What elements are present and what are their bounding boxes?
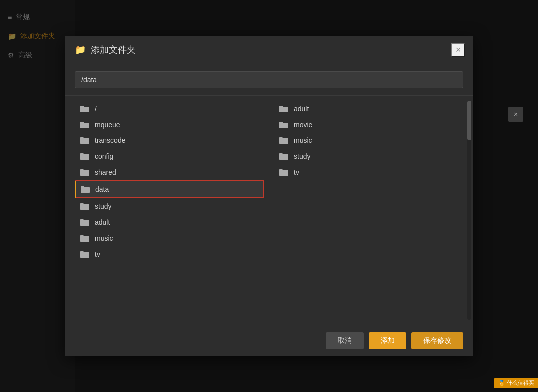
dialog-title-folder-icon: 📁: [75, 44, 86, 55]
folder-icon: [279, 152, 289, 160]
folder-icon: [80, 185, 90, 193]
folder-name: mqueue: [95, 121, 120, 129]
add-folder-dialog: 📁 添加文件夹 × / mqu: [65, 36, 473, 356]
folder-icon: [80, 136, 90, 144]
folder-item-data[interactable]: data: [75, 180, 264, 198]
folder-item-study-right[interactable]: study: [274, 148, 463, 164]
folder-item-tv-right[interactable]: tv: [274, 164, 463, 180]
cancel-button[interactable]: 取消: [326, 332, 364, 349]
folder-item-mqueue[interactable]: mqueue: [75, 117, 264, 132]
folder-icon: [80, 202, 90, 210]
folder-item-tv-left[interactable]: tv: [75, 246, 264, 262]
folder-item-transcode[interactable]: transcode: [75, 132, 264, 148]
file-list-area: / mqueue transcode: [65, 96, 473, 325]
folder-icon: [80, 218, 90, 226]
dialog-footer: 取消 添加 保存修改: [65, 325, 473, 356]
folder-icon: [80, 234, 90, 242]
folder-item-adult-right[interactable]: adult: [274, 101, 463, 117]
folder-icon: [80, 168, 90, 176]
folder-icon: [279, 168, 289, 176]
folder-name: movie: [294, 121, 312, 129]
dialog-header: 📁 添加文件夹 ×: [65, 36, 473, 64]
folder-item-study-left[interactable]: study: [75, 198, 264, 214]
folder-name: adult: [294, 105, 309, 113]
add-button[interactable]: 添加: [369, 332, 406, 349]
folder-name: tv: [294, 168, 299, 176]
folder-name: data: [95, 185, 109, 193]
folder-name: shared: [95, 168, 116, 176]
folder-name: music: [294, 136, 312, 144]
dialog-overlay: 📁 添加文件夹 × / mqu: [0, 0, 538, 392]
scrollbar-thumb[interactable]: [467, 101, 471, 140]
folder-name: config: [95, 152, 113, 160]
folder-icon: [279, 105, 289, 113]
folder-item-adult-left[interactable]: adult: [75, 214, 264, 230]
save-button[interactable]: 保存修改: [411, 332, 463, 349]
dialog-close-button[interactable]: ×: [451, 43, 465, 57]
folder-item-music-left[interactable]: music: [75, 230, 264, 246]
folder-name: study: [95, 202, 111, 210]
folder-item-music-right[interactable]: music: [274, 132, 463, 148]
folder-item-movie[interactable]: movie: [274, 117, 463, 132]
folder-icon: [279, 136, 289, 144]
folder-name: adult: [95, 218, 110, 226]
folder-name: tv: [95, 250, 100, 258]
folder-icon: [279, 121, 289, 129]
folder-icon: [80, 152, 90, 160]
folder-item-shared[interactable]: shared: [75, 164, 264, 180]
watermark: 🏅 什么值得买: [494, 378, 538, 388]
folder-name: transcode: [95, 136, 125, 144]
folder-name: study: [294, 152, 310, 160]
folder-item-root[interactable]: /: [75, 101, 264, 117]
dialog-title: 添加文件夹: [91, 44, 135, 56]
right-folder-column: adult movie music: [269, 101, 463, 320]
close-icon: ×: [514, 110, 518, 118]
folder-name: /: [95, 105, 97, 113]
scrollbar-track: [467, 101, 471, 320]
folder-icon: [80, 250, 90, 258]
watermark-text: 什么值得买: [507, 380, 534, 386]
path-input-section: [65, 64, 473, 96]
folder-icon: [80, 121, 90, 129]
left-folder-column: / mqueue transcode: [75, 101, 269, 320]
watermark-icon: 🏅: [498, 380, 505, 386]
path-input[interactable]: [75, 71, 463, 88]
folder-item-config[interactable]: config: [75, 148, 264, 164]
folder-name: music: [95, 234, 113, 242]
folder-icon: [80, 105, 90, 113]
bg-panel-close-button[interactable]: ×: [508, 107, 523, 122]
